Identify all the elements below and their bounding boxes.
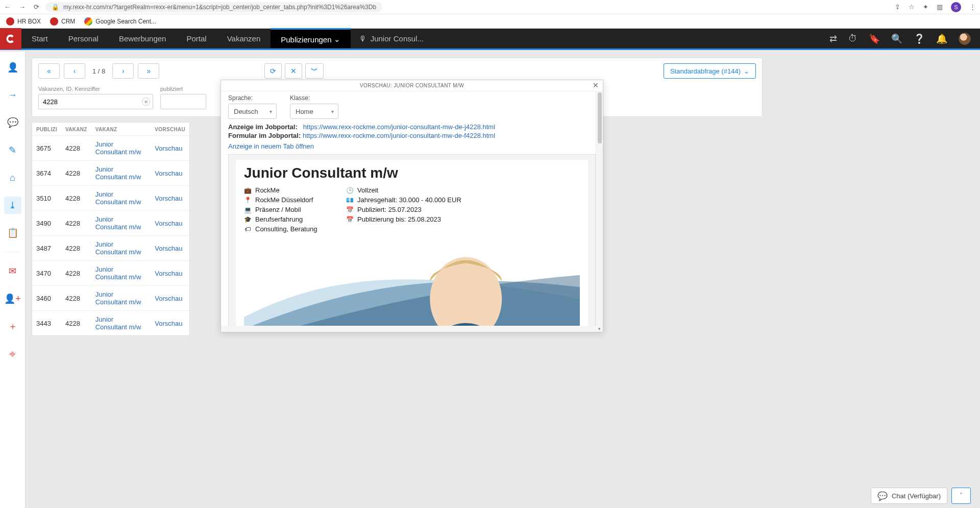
table-row[interactable]: 34874228Junior Consultant m/wVorschau (32, 236, 189, 261)
page-first-button[interactable]: « (38, 63, 60, 79)
preview-link[interactable]: Vorschau (155, 195, 182, 202)
nav-vakanzen[interactable]: Vakanzen (217, 29, 271, 49)
table-row[interactable]: 34704228Junior Consultant m/wVorschau (32, 261, 189, 286)
address-bar[interactable]: 🔒 my.rexx-hr.com/rx/?targetRealm=rexx-er… (45, 2, 382, 12)
nav-publizierungen[interactable]: Publizierungen ⌄ (271, 28, 350, 48)
kebab-icon[interactable]: ⋮ (969, 3, 976, 11)
results-table: PUBLIZI VAKANZ VAKANZ VORSCHAU 36754228J… (32, 123, 189, 335)
link2-label: Formular im Jobportal: (228, 132, 301, 139)
share-icon[interactable]: ⇪ (895, 3, 900, 11)
preview-link[interactable]: Vorschau (155, 270, 182, 277)
rail-mail-icon[interactable]: ✉ (4, 262, 21, 280)
preview-link[interactable]: Vorschau (155, 220, 182, 227)
link1-label: Anzeige im Jobportal: (228, 123, 298, 131)
microphone-icon: 🎙 (359, 34, 366, 43)
vacancy-filter-input[interactable] (38, 94, 153, 109)
bell-icon[interactable]: 🔔 (936, 33, 947, 44)
col-vakanz[interactable]: VAKANZ (91, 123, 151, 136)
expand-button[interactable]: ︾ (305, 63, 324, 79)
job-link[interactable]: Junior Consultant m/w (95, 190, 141, 206)
star-icon[interactable]: ☆ (909, 3, 915, 11)
rail-add-user-icon[interactable]: 👤+ (4, 290, 21, 307)
preview-link[interactable]: Vorschau (155, 295, 182, 302)
reload-icon[interactable]: ⟳ (34, 3, 39, 11)
help-icon[interactable]: ❔ (914, 33, 925, 44)
standard-query-button[interactable]: Standardabfrage (#144)⌄ (664, 63, 756, 79)
table-row[interactable]: 35104228Junior Consultant m/wVorschau (32, 186, 189, 211)
col-vakanz-id[interactable]: VAKANZ (61, 123, 91, 136)
klasse-label: Klasse: (290, 94, 338, 102)
rail-person-icon[interactable]: 👤 (4, 59, 21, 76)
job-link[interactable]: Junior Consultant m/w (95, 265, 141, 281)
profile-avatar[interactable]: S (951, 2, 961, 12)
table-row[interactable]: 34904228Junior Consultant m/wVorschau (32, 211, 189, 236)
table-row[interactable]: 36744228Junior Consultant m/wVorschau (32, 161, 189, 186)
rail-arrow-icon[interactable]: → (4, 86, 21, 104)
preview-link[interactable]: Vorschau (155, 320, 182, 327)
table-row[interactable]: 34604228Junior Consultant m/wVorschau (32, 286, 189, 311)
app-logo[interactable] (0, 28, 21, 50)
nav-personal[interactable]: Personal (58, 29, 109, 49)
bookmark-gsc[interactable]: Google Search Cent... (84, 17, 156, 26)
job-link[interactable]: Junior Consultant m/w (95, 240, 141, 256)
link1-url[interactable]: https://www.rexx-rockme.com/junior-consu… (303, 123, 495, 131)
breadcrumb[interactable]: 🎙 Junior Consul... (351, 34, 432, 43)
briefcase-icon: 💼 (244, 187, 251, 194)
bookmark-icon[interactable]: 🔖 (869, 33, 880, 44)
chevron-down-icon: ⌄ (334, 35, 340, 44)
page-prev-button[interactable]: ‹ (64, 63, 85, 79)
transfer-icon[interactable]: ⇄ (829, 33, 837, 44)
job-link[interactable]: Junior Consultant m/w (95, 140, 141, 156)
preview-link[interactable]: Vorschau (155, 144, 182, 152)
stopwatch-icon[interactable]: ⏱ (848, 33, 857, 44)
user-avatar[interactable] (959, 33, 971, 45)
rail-chat-icon[interactable]: 💬 (4, 114, 21, 131)
preview-bottom-scrollbar[interactable]: ▾ (221, 326, 603, 332)
clear-vacancy-icon[interactable]: ✕ (142, 98, 150, 106)
job-link[interactable]: Junior Consultant m/w (95, 215, 141, 231)
klasse-select[interactable]: Home▾ (290, 104, 338, 119)
rail-building-icon[interactable]: ⌂ (4, 169, 21, 186)
rail-clipboard-icon[interactable]: 📋 (4, 224, 21, 241)
col-vorschau[interactable]: VORSCHAU (151, 123, 189, 136)
nav-start[interactable]: Start (21, 29, 58, 49)
preview-link[interactable]: Vorschau (155, 170, 182, 177)
nav-portal[interactable]: Portal (176, 29, 216, 49)
published-filter-input[interactable] (160, 94, 206, 109)
forward-icon[interactable]: → (19, 3, 26, 11)
rail-logout-icon[interactable]: ⎆ (4, 345, 21, 362)
left-rail: 👤 → 💬 ✎ ⌂ ⤓ 📋 ✉ 👤+ ＋ ⎆ (0, 52, 26, 508)
rail-plus-icon[interactable]: ＋ (4, 318, 21, 335)
job-link[interactable]: Junior Consultant m/w (95, 291, 141, 306)
preview-scrollbar[interactable] (596, 91, 603, 332)
close-icon[interactable]: ✕ (593, 81, 599, 89)
rail-download-icon[interactable]: ⤓ (4, 197, 21, 214)
job-hero-image (244, 245, 580, 332)
table-row[interactable]: 36754228Junior Consultant m/wVorschau (32, 136, 189, 161)
sprache-label: Sprache: (228, 94, 277, 102)
job-link[interactable]: Junior Consultant m/w (95, 165, 141, 181)
chat-toggle-button[interactable]: ˄ (951, 488, 971, 504)
bookmark-hrbox[interactable]: HR BOX (6, 17, 41, 26)
page-last-button[interactable]: » (138, 63, 159, 79)
refresh-button[interactable]: ⟳ (264, 63, 282, 79)
laptop-icon: 💻 (244, 206, 251, 213)
link2-url[interactable]: https://www.rexx-rockme.com/junior-consu… (303, 132, 495, 139)
preview-link[interactable]: Vorschau (155, 245, 182, 252)
table-row[interactable]: 34434228Junior Consultant m/wVorschau (32, 311, 189, 336)
back-icon[interactable]: ← (4, 3, 11, 11)
panel-icon[interactable]: ▥ (937, 3, 943, 11)
nav-bewerbungen[interactable]: Bewerbungen (109, 29, 177, 49)
page-next-button[interactable]: › (112, 63, 134, 79)
chat-status[interactable]: 💬 Chat (Verfügbar) (871, 488, 947, 504)
rail-edit-icon[interactable]: ✎ (4, 141, 21, 159)
col-publizi[interactable]: PUBLIZI (32, 123, 61, 136)
extensions-icon[interactable]: ✦ (923, 3, 928, 11)
job-title: Junior Consultant m/w (244, 165, 580, 181)
clear-button[interactable]: ✕ (285, 63, 302, 79)
sprache-select[interactable]: Deutsch▾ (228, 104, 277, 119)
search-icon[interactable]: 🔍 (891, 33, 902, 44)
bookmark-crm[interactable]: CRM (50, 17, 75, 26)
job-link[interactable]: Junior Consultant m/w (95, 316, 141, 331)
open-new-tab-link[interactable]: Anzeige in neuem Tab öffnen (228, 142, 314, 150)
